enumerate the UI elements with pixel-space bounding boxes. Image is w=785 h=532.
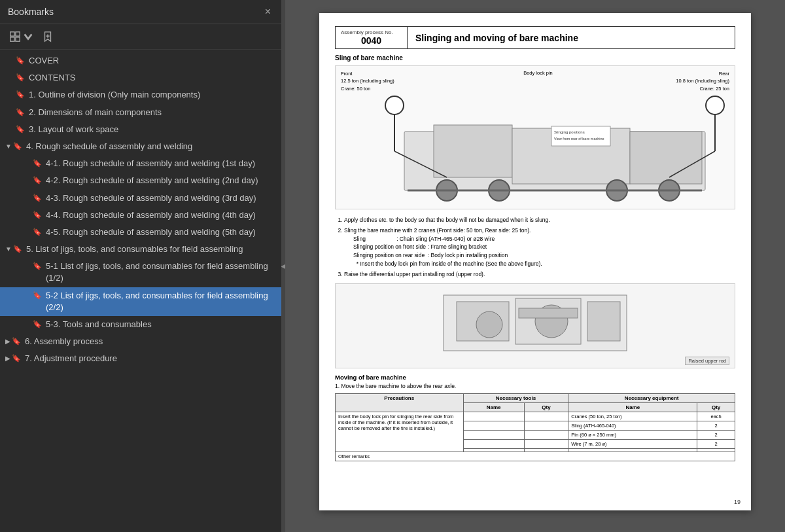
bookmark-icon-5-1: 🔖: [33, 261, 42, 271]
bookmark-new-button[interactable]: [39, 28, 56, 45]
bookmark-icon-2: 🔖: [16, 107, 25, 117]
bookmark-icon-3: 🔖: [16, 124, 25, 134]
table-header-tool-name: Name: [463, 403, 524, 412]
bookmark-item-3[interactable]: 🔖 3. Layout of work space: [0, 121, 281, 138]
bookmark-icon-cover: 🔖: [16, 56, 25, 65]
bookmark-item-1[interactable]: 🔖 1. Outline of division (Only main comp…: [0, 86, 281, 103]
svg-rect-21: [551, 126, 610, 146]
lower-diagram-svg: [437, 289, 633, 364]
bookmark-item-4-1[interactable]: 🔖 4-1. Rough schedule of assembly and we…: [0, 155, 281, 172]
bookmark-icon-7: 🔖: [12, 353, 21, 363]
expand-arrow-4[interactable]: ▼: [5, 142, 12, 151]
bookmark-icon-4-4: 🔖: [33, 210, 42, 220]
table-header-tool-qty: Qty: [524, 403, 568, 412]
table-cell-equip-name-1: Cranes (50 ton, 25 ton): [568, 412, 697, 421]
moving-section: Moving of bare machine 1. Move the bare …: [335, 374, 735, 389]
table-cell-equip-name-2: Sling (ATH-465-040): [568, 421, 697, 431]
table-cell-equip-qty-2: 2: [697, 421, 735, 431]
bookmark-icon-5-3: 🔖: [33, 319, 42, 329]
bottom-table: Precautions Necessary tools Necessary eq…: [335, 393, 735, 461]
bookmark-item-7[interactable]: ▶ 🔖 7. Adjustment procedure: [0, 350, 281, 367]
table-cell-tool-name-3: [463, 431, 524, 440]
machine-illustration-svg: Slinging positions View from rear of bar…: [368, 92, 735, 204]
expand-arrow-5[interactable]: ▼: [5, 245, 12, 254]
moving-instruction: 1. Move the bare machine to above the re…: [335, 383, 735, 389]
bookmark-item-5-3[interactable]: 🔖 5-3. Tools and consumables: [0, 316, 281, 333]
body-lock-label: Body lock pin: [523, 70, 553, 76]
sling-details: Sling : Chain sling (ATH-465-040) or ø28…: [344, 235, 735, 268]
svg-rect-27: [587, 302, 620, 341]
svg-rect-13: [630, 132, 702, 184]
bookmark-icon-4-3: 🔖: [33, 193, 42, 203]
table-header-precautions: Precautions: [336, 394, 464, 412]
bookmark-item-contents[interactable]: 🔖 CONTENTS: [0, 69, 281, 86]
instruction-3: Raise the differential upper part instal…: [344, 270, 735, 279]
svg-rect-1: [16, 32, 20, 36]
table-cell-equip-name-3: Pin (60 ø × 250 mm): [568, 431, 697, 440]
page-number: 19: [734, 499, 741, 505]
svg-point-8: [706, 96, 724, 115]
expand-arrow-6[interactable]: ▶: [5, 337, 10, 346]
table-cell-equip-qty-1: each: [697, 412, 735, 421]
front-label: Front 12.5 ton (Including sling) Crane: …: [341, 70, 394, 92]
bookmarks-panel: Bookmarks × 🔖 COV: [0, 0, 281, 532]
table-cell-tool-name-2: [463, 421, 524, 431]
pdf-panel: Assembly process No. 0040 Slinging and m…: [285, 0, 785, 532]
svg-point-28: [476, 311, 502, 338]
bookmark-add-icon: [42, 31, 54, 43]
bookmark-icon-4-1: 🔖: [33, 158, 42, 168]
close-bookmarks-button[interactable]: ×: [262, 5, 273, 18]
bookmarks-panel-title: Bookmarks: [8, 7, 54, 17]
table-cell-tool-qty-2: [524, 421, 568, 431]
crane-diagram: Front 12.5 ton (Including sling) Crane: …: [335, 65, 735, 209]
table-header-equipment: Necessary equipment: [568, 394, 735, 403]
expand-arrow-7[interactable]: ▶: [5, 354, 10, 363]
bookmark-item-4-3[interactable]: 🔖 4-3. Rough schedule of assembly and we…: [0, 190, 281, 207]
assembly-header: Assembly process No. 0040 Slinging and m…: [335, 26, 735, 49]
bookmark-item-4-4[interactable]: 🔖 4-4. Rough schedule of assembly and we…: [0, 207, 281, 224]
bookmarks-list: 🔖 COVER 🔖 CONTENTS 🔖 1. Outline of divis…: [0, 50, 281, 532]
table-cell-tool-name-1: [463, 412, 524, 421]
table-header-tools: Necessary tools: [463, 394, 568, 403]
bookmark-item-4[interactable]: ▼ 🔖 4. Rough schedule of assembly and we…: [0, 138, 281, 155]
table-row-1: Insert the body lock pin for slinging th…: [336, 412, 735, 421]
svg-rect-0: [10, 32, 14, 36]
table-cell-tool-qty-4: [524, 440, 568, 449]
bookmark-item-cover[interactable]: 🔖 COVER: [0, 52, 281, 69]
svg-text:View from rear of bare machine: View from rear of bare machine: [554, 137, 604, 141]
bookmark-icon-5: 🔖: [13, 244, 22, 254]
bookmark-icon-contents: 🔖: [16, 73, 25, 82]
lower-diagram: Raised upper rod: [335, 283, 735, 368]
bookmark-item-5-2[interactable]: 🔖 5-2 List of jigs, tools, and consumabl…: [0, 287, 281, 316]
svg-rect-30: [519, 308, 578, 318]
table-row-remarks: Other remarks: [336, 452, 735, 461]
pdf-page: Assembly process No. 0040 Slinging and m…: [319, 13, 751, 510]
bookmark-item-6[interactable]: ▶ 🔖 6. Assembly process: [0, 333, 281, 350]
bookmarks-toolbar: [0, 24, 281, 50]
svg-text:Slinging positions: Slinging positions: [554, 130, 585, 134]
moving-section-title: Moving of bare machine: [335, 374, 735, 381]
table-cell-equip-qty-4: 2: [697, 440, 735, 449]
sling-section-title: Sling of bare machine: [335, 54, 735, 62]
svg-rect-2: [10, 37, 14, 41]
assembly-title-box: Slinging and moving of bare machine: [408, 27, 586, 48]
table-cell-tool-qty-3: [524, 431, 568, 440]
assembly-no-box: Assembly process No. 0040: [336, 27, 408, 48]
expand-all-button[interactable]: [7, 28, 37, 45]
bookmark-icon-1: 🔖: [16, 90, 25, 99]
raised-upper-rod-label: Raised upper rod: [685, 357, 729, 365]
table-header-equip-name: Name: [568, 403, 697, 412]
table-cell-tool-qty-1: [524, 412, 568, 421]
bookmark-item-5[interactable]: ▼ 🔖 5. List of jigs, tools, and consumab…: [0, 241, 281, 258]
table-cell-equip-qty-3: 2: [697, 431, 735, 440]
bookmark-item-4-5[interactable]: 🔖 4-5. Rough schedule of assembly and we…: [0, 224, 281, 241]
bookmark-icon-5-2: 🔖: [33, 291, 42, 300]
bookmark-item-5-1[interactable]: 🔖 5-1 List of jigs, tools, and consumabl…: [0, 258, 281, 287]
svg-rect-11: [434, 125, 512, 177]
chevron-down-small-icon: [22, 31, 34, 43]
assembly-no-value: 0040: [341, 35, 402, 46]
bookmark-item-2[interactable]: 🔖 2. Dimensions of main components: [0, 104, 281, 121]
instruction-1: Apply clothes etc. to the body so that t…: [344, 216, 735, 224]
table-header-equip-qty: Qty: [697, 403, 735, 412]
bookmark-item-4-2[interactable]: 🔖 4-2. Rough schedule of assembly and we…: [0, 172, 281, 189]
